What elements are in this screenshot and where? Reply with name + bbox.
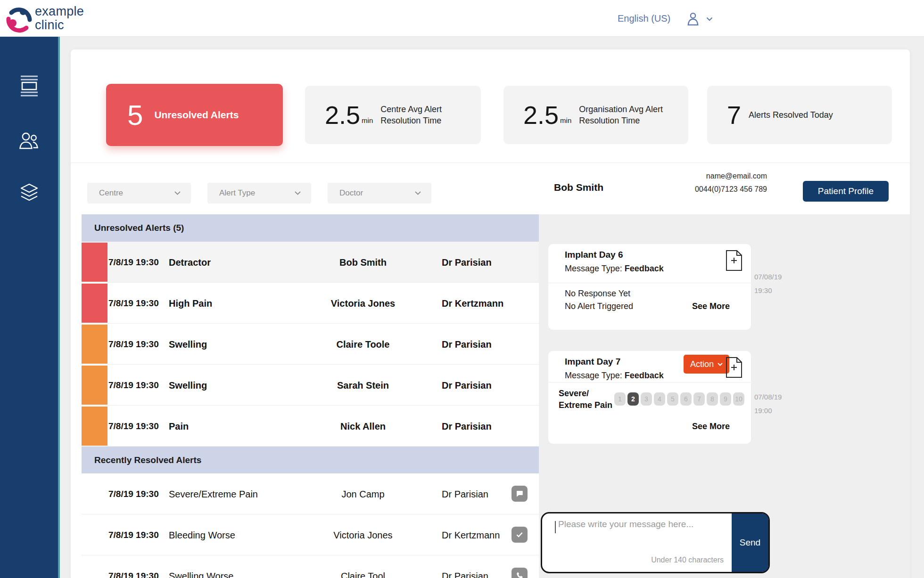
resolved-alerts-header: Recently Resolved Alerts bbox=[82, 447, 539, 473]
send-button[interactable]: Send bbox=[732, 513, 768, 572]
card-title: Impant Day 7 bbox=[565, 357, 620, 367]
alert-status: No Alert Triggered bbox=[565, 301, 633, 311]
patient-name: Victoria Jones bbox=[297, 298, 429, 309]
patient-name: Victoria Jones bbox=[297, 530, 429, 541]
alert-type: High Pain bbox=[169, 298, 212, 309]
pain-scale-value: 6 bbox=[680, 392, 692, 406]
pain-response-label: Severe/Extreme Pain bbox=[559, 388, 612, 411]
sidebar-item-dashboard-icon[interactable] bbox=[18, 74, 40, 97]
add-note-icon[interactable] bbox=[726, 250, 742, 271]
chevron-down-icon bbox=[718, 363, 723, 366]
stat-value: 2.5 bbox=[325, 102, 360, 128]
doctor-name: Dr Parisian bbox=[442, 339, 492, 350]
stat-label: Unresolved Alerts bbox=[154, 109, 239, 121]
card-title: Implant Day 6 bbox=[565, 250, 623, 260]
pain-scale-value-selected: 2 bbox=[627, 392, 639, 406]
table-row[interactable]: 7/8/19 19:30 Swelling Worse Claire Tool … bbox=[82, 555, 539, 578]
alert-datetime: 7/8/19 19:30 bbox=[108, 298, 159, 309]
alert-datetime: 7/8/19 19:30 bbox=[108, 530, 159, 540]
phone-resolution-icon[interactable] bbox=[512, 568, 528, 578]
alert-datetime: 7/8/19 19:30 bbox=[108, 380, 159, 391]
sidebar-item-patients-icon[interactable] bbox=[18, 131, 40, 151]
centre-filter-dropdown[interactable]: Centre bbox=[87, 183, 191, 204]
language-selector[interactable]: English (US) bbox=[618, 13, 670, 24]
alert-type-filter-dropdown[interactable]: Alert Type bbox=[207, 183, 311, 204]
card-divider bbox=[548, 283, 751, 283]
severity-indicator bbox=[82, 284, 107, 323]
sidebar-item-layers-icon[interactable] bbox=[18, 183, 40, 203]
patient-panel-name: Bob Smith bbox=[554, 182, 603, 193]
stat-value: 5 bbox=[127, 99, 143, 131]
filter-label: Alert Type bbox=[219, 188, 255, 198]
filter-label: Centre bbox=[99, 188, 123, 198]
stat-alerts-resolved-today: 7 Alerts Resolved Today bbox=[707, 86, 892, 144]
action-button[interactable]: Action bbox=[684, 355, 729, 374]
text-caret bbox=[555, 521, 556, 533]
alert-type: Swelling bbox=[169, 339, 207, 350]
see-more-link[interactable]: See More bbox=[692, 301, 730, 311]
stat-label: Centre Avg AlertResolution Time bbox=[380, 104, 442, 126]
alert-type: Detractor bbox=[169, 257, 211, 268]
clinic-logo-icon bbox=[5, 4, 33, 33]
alert-datetime: 7/8/19 19:30 bbox=[108, 339, 159, 350]
main-panel: 5 Unresolved Alerts 2.5 min Centre Avg A… bbox=[71, 49, 910, 578]
patient-name: Sarah Stein bbox=[297, 380, 429, 391]
check-resolution-icon[interactable] bbox=[512, 527, 528, 543]
table-row[interactable]: 7/8/19 19:30 High Pain Victoria Jones Dr… bbox=[82, 283, 539, 324]
see-more-link[interactable]: See More bbox=[692, 422, 730, 431]
pain-scale-value: 5 bbox=[667, 392, 678, 406]
chat-resolution-icon[interactable] bbox=[512, 486, 528, 502]
patient-name: Nick Allen bbox=[297, 421, 429, 432]
doctor-name: Dr Parisian bbox=[442, 421, 492, 432]
pain-scale-value: 10 bbox=[733, 392, 744, 406]
alert-type: Swelling Worse bbox=[169, 571, 233, 578]
severity-indicator bbox=[82, 366, 107, 405]
card-message-type: Message Type: Feedback bbox=[565, 371, 664, 381]
table-row[interactable]: 7/8/19 19:30 Bleeding Worse Victoria Jon… bbox=[82, 514, 539, 555]
doctor-filter-dropdown[interactable]: Doctor bbox=[328, 183, 431, 204]
card-divider bbox=[548, 382, 751, 383]
timeline-timestamp: 07/08/1919:30 bbox=[754, 270, 811, 297]
doctor-name: Dr Parisian bbox=[442, 571, 488, 578]
user-account-icon[interactable] bbox=[685, 10, 701, 27]
alert-datetime: 7/8/19 19:30 bbox=[108, 421, 159, 431]
alert-type: Swelling bbox=[169, 380, 207, 391]
stat-centre-avg-resolution: 2.5 min Centre Avg AlertResolution Time bbox=[305, 86, 481, 144]
pain-scale-value: 3 bbox=[641, 392, 652, 406]
table-row[interactable]: 7/8/19 19:30 Detractor Bob Smith Dr Pari… bbox=[82, 242, 539, 283]
patient-name: Jon Camp bbox=[297, 489, 429, 500]
stat-unresolved-alerts: 5 Unresolved Alerts bbox=[106, 84, 283, 146]
doctor-name: Dr Kertzmann bbox=[442, 298, 503, 309]
chevron-down-icon bbox=[174, 191, 181, 195]
table-row[interactable]: 7/8/19 19:30 Severe/Extreme Pain Jon Cam… bbox=[82, 473, 539, 514]
sidebar-nav bbox=[0, 37, 60, 578]
card-message-type: Message Type: Feedback bbox=[565, 264, 664, 274]
user-menu-chevron-icon[interactable] bbox=[706, 17, 713, 21]
table-row[interactable]: 7/8/19 19:30 Swelling Sarah Stein Dr Par… bbox=[82, 365, 539, 406]
doctor-name: Dr Kertzmann bbox=[442, 530, 500, 541]
brand-name: example clinic bbox=[35, 5, 84, 32]
pain-scale: 1 2 3 4 5 6 7 8 9 10 bbox=[614, 392, 744, 406]
stat-value: 2.5 bbox=[523, 102, 559, 128]
stat-label: Alerts Resolved Today bbox=[749, 109, 833, 121]
unresolved-alerts-header: Unresolved Alerts (5) bbox=[82, 214, 539, 242]
pain-scale-value: 1 bbox=[614, 392, 626, 406]
alert-type: Pain bbox=[169, 421, 189, 432]
table-row[interactable]: 7/8/19 19:30 Pain Nick Allen Dr Parisian bbox=[82, 406, 539, 447]
add-note-icon[interactable] bbox=[726, 357, 742, 378]
table-row[interactable]: 7/8/19 19:30 Swelling Claire Toole Dr Pa… bbox=[82, 324, 539, 365]
timeline-card-implant-day-7: Impant Day 7 Message Type: Feedback Acti… bbox=[548, 351, 751, 444]
alert-datetime: 7/8/19 19:30 bbox=[108, 571, 159, 578]
message-input[interactable] bbox=[558, 519, 718, 552]
patient-contact: name@email.com 0044(0)7123 456 789 bbox=[654, 170, 767, 196]
chevron-down-icon bbox=[295, 191, 301, 195]
alert-type: Severe/Extreme Pain bbox=[169, 489, 258, 500]
patient-name: Claire Tool bbox=[297, 571, 429, 578]
patient-name: Claire Toole bbox=[297, 339, 429, 350]
stat-unit: min bbox=[362, 116, 373, 124]
patient-profile-button[interactable]: Patient Profile bbox=[803, 181, 889, 202]
stat-label: Organisation Avg AlertResolution Time bbox=[579, 104, 663, 126]
pain-scale-value: 4 bbox=[654, 392, 665, 406]
timeline-timestamp: 07/08/1919:00 bbox=[754, 390, 811, 417]
patient-name: Bob Smith bbox=[297, 257, 429, 268]
